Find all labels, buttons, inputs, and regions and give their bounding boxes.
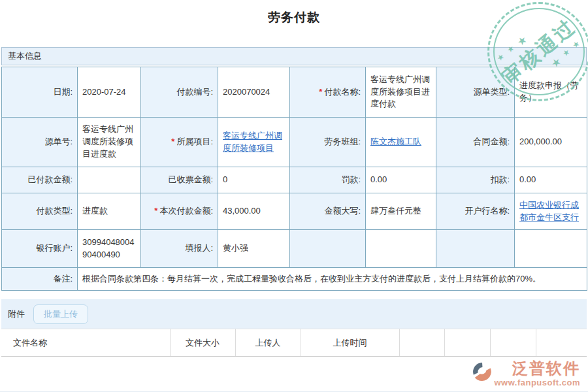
preparer-value: 黄小强: [218, 230, 290, 268]
payment-type-label: 付款类型:: [2, 193, 78, 230]
deduction-value: 0.00: [515, 167, 587, 193]
required-icon: *: [319, 87, 322, 97]
table-row: 付款类型: 进度款 *本次付款金额: 43,000.00 金额大写: 肆万叁仟元…: [2, 193, 587, 230]
labor-team-label: 劳务班组:: [290, 118, 366, 167]
vendor-website: www.fanpusoft.com: [494, 378, 580, 387]
labor-team-link[interactable]: 陈文杰施工队: [370, 137, 421, 146]
current-payment-value: 43,000.00: [218, 193, 290, 230]
preparer-label: 填报人:: [141, 230, 218, 268]
project-link[interactable]: 客运专线广州调度所装修项目: [223, 131, 282, 153]
required-icon: *: [171, 137, 174, 146]
page-title: 劳务付款: [0, 9, 588, 26]
remark-value: 根据合同条款第四条：每月结算一次，完成工程量验收合格后，在收到业主方支付的进度款…: [78, 268, 587, 291]
file-name-column: 文件名称: [1, 329, 170, 357]
upload-time-column: 上传时间: [301, 329, 399, 357]
vendor-texts: 泛普软件 www.fanpusoft.com: [494, 359, 580, 387]
basic-info-table: 日期: 2020-07-24 付款编号: 2020070024 *付款名称: 客…: [1, 67, 587, 291]
date-value: 2020-07-24: [78, 67, 141, 118]
payment-no-label: 付款编号:: [141, 67, 218, 118]
bank-name-value: 中国农业银行成都市金牛区支行: [515, 193, 587, 230]
source-type-value: 进度款申报（劳务）: [515, 67, 587, 118]
date-label: 日期:: [2, 67, 78, 118]
file-col-empty: [536, 329, 587, 357]
table-row: 源单号: 客运专线广州调度所装修项目进度款 *所属项目: 客运专线广州调度所装修…: [2, 118, 587, 167]
contract-amount-label: 合同金额:: [436, 118, 515, 167]
source-no-label: 源单号:: [2, 118, 78, 167]
star-icon: ★: [515, 34, 529, 48]
basic-info-header: 基本信息: [1, 47, 587, 65]
attachments-label: 附件: [8, 308, 25, 320]
table-row: 银行账户: 3099404800490400490 填报人: 黄小强: [2, 230, 587, 268]
penalty-value: 0.00: [366, 167, 436, 193]
table-row: 日期: 2020-07-24 付款编号: 2020070024 *付款名称: 客…: [2, 67, 587, 118]
amount-in-words-label: 金额大写:: [290, 193, 366, 230]
vendor-watermark: 泛普软件 www.fanpusoft.com: [472, 359, 580, 387]
remark-label: 备注:: [2, 268, 78, 291]
amount-in-words-value: 肆万叁仟元整: [366, 193, 436, 230]
uploader-column: 上传人: [235, 329, 301, 357]
source-no-value: 客运专线广州调度所装修项目进度款: [78, 118, 141, 167]
contract-amount-value: 200,000.00: [515, 118, 587, 167]
invoiced-amount-value: 0: [218, 167, 290, 193]
paid-amount-label: 已付款金额:: [2, 167, 78, 193]
table-row: 已付款金额: 已收票金额: 0 罚款: 0.00 扣款: 0.00: [2, 167, 587, 193]
empty-value-cell: [366, 230, 436, 268]
file-col-empty: [399, 329, 444, 357]
vendor-name: 泛普软件: [512, 359, 580, 378]
source-type-label: 源单类型:: [436, 67, 515, 118]
file-col-empty: [490, 329, 536, 357]
bank-account-value: 3099404800490400490: [78, 230, 141, 268]
payment-name-label: *付款名称:: [290, 67, 366, 118]
attachments-header-row: 文件名称 文件大小 上传人 上传时间: [1, 329, 587, 357]
basic-info-section: 基本信息 日期: 2020-07-24 付款编号: 2020070024 *付款…: [1, 47, 587, 291]
bank-account-label: 银行账户:: [2, 230, 78, 268]
bank-name-link[interactable]: 中国农业银行成都市金牛区支行: [519, 200, 579, 222]
bank-name-label: 开户行名称:: [436, 193, 515, 230]
invoiced-amount-label: 已收票金额:: [141, 167, 218, 193]
attachments-table: 文件名称 文件大小 上传人 上传时间: [1, 329, 587, 357]
payment-no-value: 2020070024: [218, 67, 290, 118]
table-row: 备注: 根据合同条款第四条：每月结算一次，完成工程量验收合格后，在收到业主方支付…: [2, 268, 587, 291]
payment-name-value: 客运专线广州调度所装修项目进度付款: [366, 67, 436, 118]
project-label: *所属项目:: [141, 118, 218, 167]
file-size-column: 文件大小: [170, 329, 235, 357]
empty-label-cell: [436, 230, 515, 268]
empty-value-cell: [515, 230, 587, 268]
labor-payment-page: 劳务付款 ★★★ 审核通过 ★★★ 基本信息 日期: 2020-07-24 付款…: [0, 0, 588, 392]
deduction-label: 扣款:: [436, 167, 515, 193]
paid-amount-value: [78, 167, 141, 193]
required-icon: *: [154, 206, 157, 216]
labor-team-value: 陈文杰施工队: [366, 118, 436, 167]
fanpu-logo-icon: [472, 362, 492, 382]
file-col-empty: [444, 329, 490, 357]
empty-label-cell: [290, 230, 366, 268]
current-payment-label: *本次付款金额:: [141, 193, 218, 230]
batch-upload-button[interactable]: 批量上传: [33, 304, 88, 324]
payment-type-value: 进度款: [78, 193, 141, 230]
project-value: 客运专线广州调度所装修项目: [218, 118, 290, 167]
attachments-section-bar: 附件 批量上传: [1, 299, 587, 329]
penalty-label: 罚款:: [290, 167, 366, 193]
